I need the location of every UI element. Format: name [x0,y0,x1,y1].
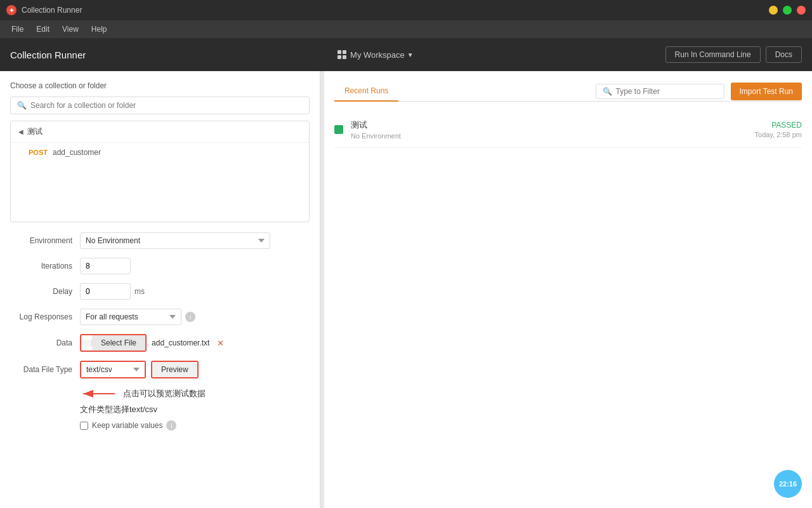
environment-label: Environment [10,236,80,245]
log-responses-select[interactable]: For all requestsFor failed requestsNone [80,309,181,325]
menu-view[interactable]: View [56,22,85,36]
annotations-area: 点击可以预览测试数据 文件类型选择text/csv [80,387,310,415]
filter-input[interactable] [616,87,717,96]
keep-variable-info-icon[interactable]: i [166,420,176,431]
environment-row: Environment No Environment [10,232,310,249]
run-status-indicator [334,125,343,134]
data-file-type-controls: text/csvapplication/json Preview [80,361,199,378]
log-responses-row: Log Responses For all requestsFor failed… [10,309,310,325]
preview-arrow-icon [80,387,118,400]
titlebar-title: Collection Runner [22,6,769,15]
import-test-run-button[interactable]: Import Test Run [731,83,802,100]
file-name: add_customer.txt [152,338,209,347]
run-info: 测试 No Environment [351,119,747,140]
close-btn[interactable] [797,6,806,15]
data-file-type-label: Data File Type [10,365,80,374]
main-layout: Choose a collection or folder 🔍 ◀ 测试 POS… [0,71,812,508]
tabs-bar: Recent Runs 🔍 Import Test Run [334,81,802,102]
menu-edit[interactable]: Edit [30,22,56,36]
data-sublabel [81,340,92,346]
log-info-icon[interactable]: i [185,312,195,322]
header-actions: Run In Command Line Docs [665,46,802,63]
file-remove-icon[interactable]: ✕ [217,338,224,348]
app-icon: ✦ [6,5,16,15]
file-type-hint-text: 文件类型选择text/csv [80,404,157,414]
keep-variable-label: Keep variable values [92,421,162,430]
run-name: 测试 [351,119,747,131]
tabs-left: Recent Runs [334,81,398,101]
request-item[interactable]: POST add_customer [11,143,309,162]
iterations-row: Iterations [10,258,310,274]
select-file-button[interactable]: Select File [92,335,145,351]
keep-variable-checkbox[interactable] [80,422,88,430]
data-row: Data Select File add_customer.txt ✕ [10,334,310,352]
keep-variable-row: Keep variable values i [80,420,310,431]
select-file-wrap: Select File [80,334,147,352]
dropdown-arrow-icon: ▼ [407,51,414,58]
menu-help[interactable]: Help [85,22,114,36]
collection-item[interactable]: ◀ 测试 [11,121,309,143]
filter-search-icon: 🔍 [603,87,612,96]
log-responses-controls: For all requestsFor failed requestsNone … [80,309,195,325]
maximize-btn[interactable] [783,6,792,15]
iterations-label: Iterations [10,262,80,271]
iterations-input[interactable] [80,258,131,274]
tab-recent-runs[interactable]: Recent Runs [334,81,398,102]
workspace-label: My Workspace [350,50,405,60]
filter-box[interactable]: 🔍 [596,84,724,99]
menu-file[interactable]: File [5,22,30,36]
data-file-type-select[interactable]: text/csvapplication/json [81,362,145,377]
delay-row: Delay ms [10,283,310,300]
app-title: Collection Runner [10,50,86,60]
run-time: Today, 2:58 pm [755,131,802,138]
run-item[interactable]: 测试 No Environment PASSED Today, 2:58 pm [334,112,802,148]
docs-button[interactable]: Docs [766,46,802,63]
type-select-wrap: text/csvapplication/json [80,361,146,378]
request-method: POST [29,148,48,157]
workspace-selector[interactable]: My Workspace ▼ [337,50,414,60]
delay-input[interactable] [80,283,131,300]
titlebar: ✦ Collection Runner [0,0,812,20]
run-status-area: PASSED Today, 2:58 pm [755,121,802,138]
delay-unit: ms [134,287,145,296]
data-label: Data [10,338,80,347]
data-controls: Select File add_customer.txt ✕ [80,334,224,352]
preview-hint-text: 点击可以预览测试数据 [123,388,206,399]
recent-runs-list: 测试 No Environment PASSED Today, 2:58 pm [334,112,802,148]
choose-label: Choose a collection or folder [10,81,310,90]
menubar: File Edit View Help [0,20,812,38]
data-file-type-row: Data File Type text/csvapplication/json … [10,361,310,378]
collapse-arrow-icon: ◀ [18,128,23,135]
search-box[interactable]: 🔍 [10,97,310,114]
left-panel: Choose a collection or folder 🔍 ◀ 测试 POS… [0,71,320,508]
collection-name: 测试 [27,126,43,137]
request-name: add_customer [53,148,101,157]
run-environment: No Environment [351,132,747,140]
preview-btn-wrap: Preview [151,361,199,378]
workspace-button[interactable]: My Workspace ▼ [337,50,414,60]
delay-label: Delay [10,287,80,296]
app-header: Collection Runner My Workspace ▼ Run In … [0,38,812,71]
search-icon: 🔍 [17,101,27,110]
environment-select[interactable]: No Environment [80,232,270,249]
run-command-line-button[interactable]: Run In Command Line [665,46,761,63]
window-controls [769,6,806,15]
minimize-btn[interactable] [769,6,778,15]
run-status: PASSED [755,121,802,130]
search-input[interactable] [30,101,303,110]
right-panel: Recent Runs 🔍 Import Test Run 测试 No Envi… [324,71,812,508]
collection-tree: ◀ 测试 POST add_customer [10,121,310,222]
grid-icon [337,50,346,59]
log-responses-label: Log Responses [10,312,80,321]
time-badge: 22:16 [774,470,802,498]
preview-button[interactable]: Preview [152,362,197,377]
